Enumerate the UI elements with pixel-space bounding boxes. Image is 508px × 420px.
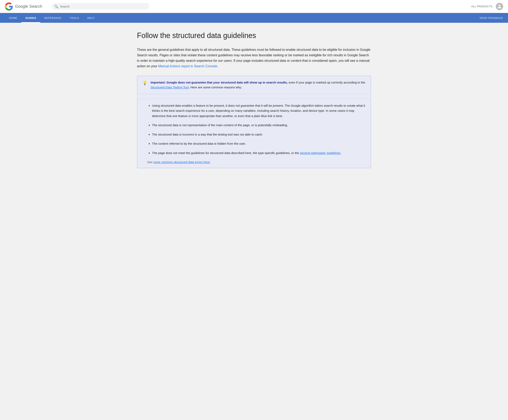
callout-text-after-link: . Here are some common reasons why: — [189, 86, 242, 89]
see-more-link[interactable]: more common structured data errors here — [153, 160, 210, 164]
bullet-item-1: Using structured data enables a feature … — [152, 103, 366, 119]
all-products-button[interactable]: ALL PRODUCTS — [471, 5, 493, 8]
header: Google Search 🔍 ALL PRODUCTS — [0, 0, 508, 13]
bullet-list: Using structured data enables a feature … — [147, 103, 366, 156]
bullet-section: Using structured data enables a feature … — [137, 99, 371, 168]
bullet-2-text: The structured data is not representativ… — [152, 123, 288, 127]
bullet-1-text1: Using structured data enables a feature … — [152, 104, 365, 118]
intro-paragraph: These are the general guidelines that ap… — [137, 47, 371, 69]
bullet-4-text: The content referred to by the structure… — [152, 142, 246, 145]
logo-link[interactable]: Google Search — [5, 2, 42, 11]
callout-box: 💡 Important: Google does not guarantee t… — [137, 76, 371, 94]
intro-end: . — [217, 64, 218, 68]
page-title: Follow the structured data guidelines — [137, 31, 371, 40]
bullet-item-4: The content referred to by the structure… — [152, 141, 366, 146]
bullet-3-text: The structured data is incorrect in a wa… — [152, 133, 263, 136]
bullet-5-text-before: The page does not meet the guidelines fo… — [152, 151, 300, 155]
search-container: 🔍 — [52, 3, 149, 10]
see-more-text: See more common structured data errors h… — [147, 160, 366, 164]
header-right: ALL PRODUCTS — [471, 3, 503, 10]
see-more-prefix: See — [147, 160, 153, 164]
nav-item-reference[interactable]: REFERENCE — [40, 13, 66, 23]
avatar[interactable] — [496, 3, 503, 10]
bullet-5-text-after: . — [340, 151, 341, 155]
callout-text-after-bold: even if your page is marked up correctly… — [288, 81, 365, 84]
search-icon: 🔍 — [54, 4, 58, 8]
structured-data-testing-tool-link[interactable]: Structured Data Testing Tool — [150, 86, 189, 89]
nav-item-home[interactable]: HOME — [5, 13, 21, 23]
app-title: Google Search — [15, 4, 42, 9]
nav-items: HOME GUIDES REFERENCE TOOLS HELP — [5, 13, 479, 23]
nav-item-help[interactable]: HELP — [83, 13, 98, 23]
callout-bold-text: Important: Google does not guarantee tha… — [150, 81, 288, 84]
lightbulb-icon: 💡 — [142, 81, 147, 85]
send-feedback-button[interactable]: SEND FEEDBACK — [479, 16, 503, 20]
nav-item-guides[interactable]: GUIDES — [21, 13, 40, 23]
general-webmaster-guidelines-link[interactable]: general webmaster guidelines — [300, 151, 340, 155]
google-g-icon — [5, 2, 13, 11]
info-section: 💡 Important: Google does not guarantee t… — [137, 75, 371, 168]
callout-text: Important: Google does not guarantee tha… — [150, 80, 366, 90]
search-input[interactable] — [52, 3, 149, 10]
nav-item-tools[interactable]: TOOLS — [66, 13, 83, 23]
navigation: HOME GUIDES REFERENCE TOOLS HELP SEND FE… — [0, 13, 508, 23]
bullet-item-3: The structured data is incorrect in a wa… — [152, 132, 366, 137]
bullet-item-5: The page does not meet the guidelines fo… — [152, 150, 366, 156]
bullet-item-2: The structured data is not representativ… — [152, 122, 366, 128]
main-content: Follow the structured data guidelines Th… — [132, 23, 376, 178]
manual-actions-link[interactable]: Manual Actions report in Search Console — [158, 64, 217, 68]
user-icon — [497, 4, 502, 9]
see-more-suffix: . — [210, 160, 210, 164]
